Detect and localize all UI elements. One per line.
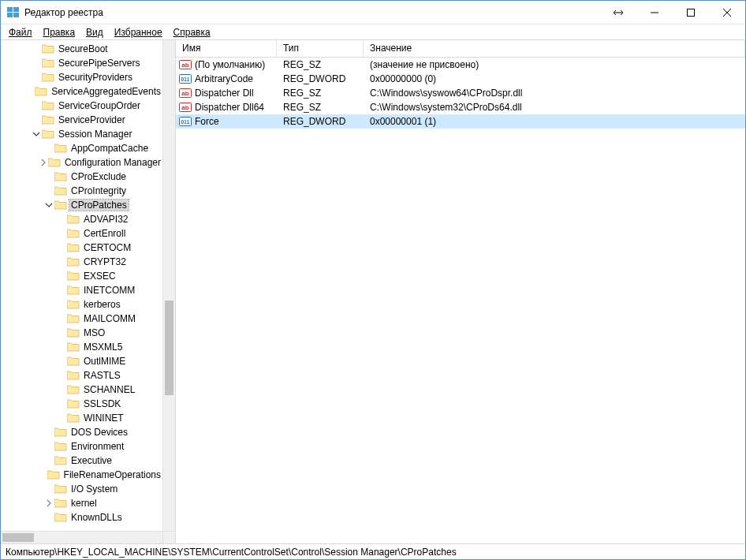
folder-icon [67,242,80,253]
tree-node-label: ServiceAggregatedEvents [50,86,162,97]
tree-node[interactable]: ServiceGroupOrder [1,99,162,113]
tree-node[interactable]: CProExclude [1,170,162,184]
tree-node[interactable]: SecurePipeServers [1,56,162,70]
tree-node[interactable]: CRYPT32 [1,255,162,269]
tree-node[interactable]: SecureBoot [1,42,162,56]
value-name: Dispatcher Dll64 [195,102,264,113]
value-name: Dispatcher Dll [195,88,254,99]
tree-node[interactable]: RASTLS [1,368,162,383]
registry-tree[interactable]: SecureBootSecurePipeServersSecurityProvi… [1,40,162,531]
tree-node[interactable]: Environment [1,439,162,454]
value-row[interactable]: abDispatcher DllREG_SZC:\Windows\syswow6… [176,86,745,100]
tree-node[interactable]: OutlMIME [1,354,162,368]
svg-rect-0 [7,7,13,12]
tree-node-label: SSLSDK [82,398,122,409]
tree-node[interactable]: SCHANNEL [1,383,162,397]
tree-node[interactable]: ServiceProvider [1,113,162,127]
maximize-button[interactable] [673,1,709,24]
tree-horizontal-scrollbar[interactable] [1,531,162,543]
folder-icon [42,129,54,140]
folder-icon [67,228,80,239]
tree-node[interactable]: FileRenameOperations [1,468,162,482]
chevron-right-icon[interactable] [43,499,54,507]
folder-icon [67,342,80,353]
value-data: C:\Windows\syswow64\CProDspr.dll [364,88,745,99]
tree-node[interactable]: CertEnroll [1,226,162,241]
folder-icon [54,200,67,211]
tree-node[interactable]: DOS Devices [1,425,162,439]
tree-node-label: AppCompatCache [69,143,150,154]
tree-node[interactable]: Session Manager [1,127,162,141]
values-list[interactable]: ab(По умолчанию)REG_SZ(значение не присв… [176,58,745,543]
chevron-down-icon[interactable] [43,201,54,209]
resize-indicator-icon [600,7,636,18]
string-value-icon: ab [179,58,192,71]
tree-node[interactable]: kernel [1,496,162,510]
tree-node[interactable]: MSXML5 [1,340,162,354]
tree-node[interactable]: CERTOCM [1,241,162,255]
value-row[interactable]: 011ArbitraryCodeREG_DWORD0x00000000 (0) [176,72,745,86]
tree-node[interactable]: ServiceAggregatedEvents [1,84,162,99]
close-button[interactable] [709,1,745,24]
tree-node-label: EXSEC [82,271,117,282]
tree-node-label: MSO [82,327,106,338]
tree-node[interactable]: MAILCOMM [1,312,162,326]
tree-node-label: CRYPT32 [82,256,128,267]
minimize-button[interactable] [636,1,673,24]
tree-node-label: CProPatches [69,200,129,211]
tree-node[interactable]: SecurityProviders [1,70,162,84]
tree-node-label: kernel [69,498,99,509]
folder-icon [54,483,67,495]
tree-node[interactable]: AppCompatCache [1,141,162,155]
tree-node[interactable]: EXSEC [1,269,162,283]
svg-rect-4 [688,9,695,16]
tree-node-label: SecurePipeServers [57,58,141,69]
tree-node-label: FileRenameOperations [62,469,162,480]
value-row[interactable]: 011ForceREG_DWORD0x00000001 (1) [176,114,745,129]
column-name[interactable]: Имя [176,40,277,57]
tree-node-label: MAILCOMM [82,313,137,324]
value-row[interactable]: abDispatcher Dll64REG_SZC:\Windows\syste… [176,100,745,114]
value-data: (значение не присвоено) [364,59,745,70]
tree-node[interactable]: MSO [1,326,162,340]
scroll-corner [162,531,175,543]
column-value[interactable]: Значение [364,40,745,57]
menu-file[interactable]: Файл [9,27,32,38]
value-data: 0x00000001 (1) [364,116,745,127]
chevron-right-icon[interactable] [39,159,48,166]
tree-node[interactable]: ADVAPI32 [1,212,162,226]
folder-icon [54,498,67,509]
value-name: (По умолчанию) [195,59,265,70]
svg-text:011: 011 [181,77,190,82]
string-value-icon: ab [179,101,192,114]
folder-icon [67,285,80,296]
menu-view[interactable]: Вид [86,27,103,38]
tree-node-label: ServiceGroupOrder [57,100,142,111]
tree-node[interactable]: I/O System [1,482,162,496]
menu-help[interactable]: Справка [173,27,211,38]
tree-node-label: SecurityProviders [57,72,134,83]
tree-node[interactable]: CProIntegrity [1,184,162,198]
tree-node[interactable]: CProPatches [1,198,162,212]
tree-node[interactable]: Configuration Manager [1,155,162,170]
tree-pane: SecureBootSecurePipeServersSecurityProvi… [1,40,176,543]
tree-vertical-scrollbar[interactable] [162,40,175,531]
chevron-down-icon[interactable] [31,130,42,138]
tree-node[interactable]: Executive [1,454,162,468]
tree-node-label: SecureBoot [57,43,110,54]
tree-node[interactable]: WININET [1,411,162,425]
tree-node[interactable]: SSLSDK [1,397,162,411]
svg-text:ab: ab [181,104,188,111]
svg-rect-1 [13,7,19,12]
binary-value-icon: 011 [179,73,192,85]
tree-node[interactable]: KnownDLLs [1,510,162,525]
tree-node-label: RASTLS [82,370,122,381]
tree-node[interactable]: kerberos [1,297,162,312]
tree-node[interactable]: INETCOMM [1,283,162,297]
folder-icon [42,72,54,83]
menu-favorites[interactable]: Избранное [114,27,162,38]
column-type[interactable]: Тип [277,40,364,57]
value-row[interactable]: ab(По умолчанию)REG_SZ(значение не присв… [176,58,745,72]
menu-edit[interactable]: Правка [43,27,76,38]
tree-node-label: MSXML5 [82,342,124,353]
